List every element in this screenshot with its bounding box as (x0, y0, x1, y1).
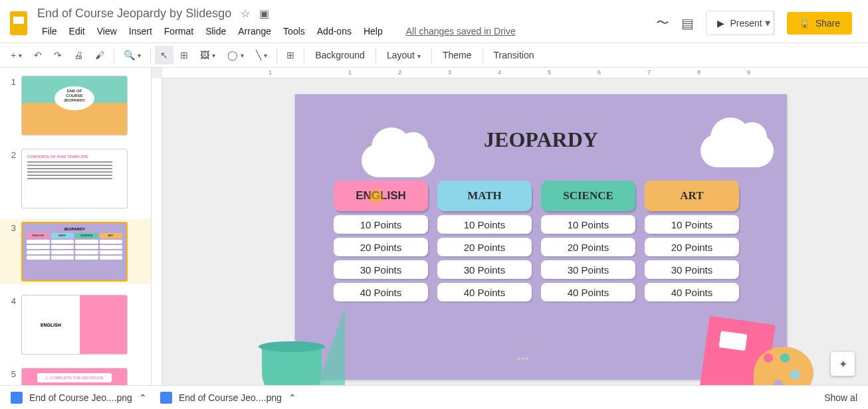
print-button[interactable]: 🖨 (68, 46, 88, 64)
line-tool[interactable]: ╲ (251, 46, 272, 64)
toolbar: + ↶ ↷ 🖨 🖌 🔍 ↖ ⊞ 🖼 ◯ ╲ ⊞ Background Layou… (0, 42, 868, 68)
menu-bar: File Edit View Insert Format Slide Arran… (37, 23, 656, 39)
category-art[interactable]: ART (645, 181, 739, 211)
zoom-button[interactable]: 🔍 (118, 46, 146, 64)
paint-format-button[interactable]: 🖌 (90, 46, 110, 64)
points-cell[interactable]: 10 Points (541, 215, 635, 234)
points-cell[interactable]: 40 Points (645, 283, 739, 301)
points-cell[interactable]: 40 Points (334, 283, 428, 301)
menu-addons[interactable]: Add-ons (312, 23, 356, 39)
points-cell[interactable]: 40 Points (541, 283, 635, 301)
click-indicator (368, 189, 384, 204)
thumbnail-row[interactable]: 2 CONTENTS OF THIS TEMPLATE (0, 146, 151, 211)
points-cell[interactable]: 30 Points (334, 260, 428, 279)
undo-button[interactable]: ↶ (29, 46, 47, 64)
menu-format[interactable]: Format (160, 23, 198, 39)
thumbnail-row[interactable]: 5 1. COMPLETE THE SENTENCE (0, 365, 151, 385)
select-tool[interactable]: ↖ (155, 46, 173, 64)
show-all-button[interactable]: Show al (824, 392, 857, 403)
thumbnail-5[interactable]: 1. COMPLETE THE SENTENCE (21, 368, 128, 385)
category-science[interactable]: SCIENCE (541, 181, 635, 211)
lock-icon: 🔒 (799, 18, 810, 29)
menu-slide[interactable]: Slide (201, 23, 231, 39)
shape-tool[interactable]: ◯ (222, 46, 249, 64)
menu-arrange[interactable]: Arrange (233, 23, 276, 39)
category-math[interactable]: MATH (437, 181, 532, 211)
share-button[interactable]: 🔒Share (787, 12, 852, 35)
layout-button[interactable]: Layout (380, 46, 427, 64)
file-icon (160, 392, 172, 404)
art-decoration-left (262, 307, 345, 385)
horizontal-ruler: 1 1 2 3 4 5 6 7 8 9 (162, 68, 868, 78)
explore-button[interactable]: ✦ (831, 352, 855, 376)
document-title[interactable]: End of Course Jeopardy by Slidesgo (37, 7, 231, 21)
thumbnail-row[interactable]: 1 END OF COURSE JEOPARDY (0, 73, 151, 138)
points-cell[interactable]: 20 Points (334, 238, 428, 256)
slide-number: 1 (5, 76, 16, 135)
cloud-decoration (701, 134, 774, 167)
category-english[interactable]: ENGLISH (334, 181, 428, 211)
menu-file[interactable]: File (37, 23, 62, 39)
theme-button[interactable]: Theme (436, 46, 479, 64)
thumbnail-2[interactable]: CONTENTS OF THIS TEMPLATE (21, 149, 128, 208)
slide-number: 2 (5, 149, 16, 208)
image-tool[interactable]: 🖼 (195, 46, 221, 64)
thumbnail-4[interactable]: ENGLISH (21, 295, 128, 355)
points-cell[interactable]: 10 Points (437, 215, 532, 234)
vertical-ruler (152, 78, 162, 385)
menu-help[interactable]: Help (359, 23, 387, 39)
menu-insert[interactable]: Insert (124, 23, 157, 39)
points-cell[interactable]: 30 Points (437, 260, 532, 279)
points-cell[interactable]: 10 Points (645, 215, 739, 234)
file-icon (11, 392, 23, 404)
thumbnail-3[interactable]: JEOPARDY ENGLISHMATHSCIENCEART (21, 222, 128, 282)
points-cell[interactable]: 20 Points (437, 238, 532, 256)
download-bar: End of Course Jeo....png⌃ End of Course … (0, 385, 868, 409)
canvas-area: 1 1 2 3 4 5 6 7 8 9 JEOPARDY ENGLISH 10 … (152, 68, 868, 385)
points-cell[interactable]: 20 Points (645, 238, 739, 256)
slide-number: 3 (5, 222, 16, 282)
new-slide-button[interactable]: + (5, 46, 27, 64)
comments-icon[interactable]: ▤ (681, 15, 694, 31)
slide-number: 4 (5, 295, 16, 355)
menu-tools[interactable]: Tools (278, 23, 310, 39)
points-cell[interactable]: 30 Points (645, 260, 739, 279)
comment-button[interactable]: ⊞ (281, 46, 300, 64)
jeopardy-board: ENGLISH 10 Points 20 Points 30 Points 40… (334, 181, 739, 301)
background-button[interactable]: Background (308, 46, 372, 64)
menu-view[interactable]: View (92, 23, 122, 39)
thumbnail-row[interactable]: 4 ENGLISH (0, 292, 151, 357)
move-icon[interactable]: ▣ (259, 7, 269, 20)
points-cell[interactable]: 40 Points (437, 283, 532, 301)
points-cell[interactable]: 20 Points (541, 238, 635, 256)
art-decoration-right (704, 320, 814, 385)
header: End of Course Jeopardy by Slidesgo ☆ ▣ F… (0, 0, 868, 42)
slide-title[interactable]: JEOPARDY (484, 127, 598, 152)
transition-button[interactable]: Transition (487, 46, 541, 64)
activity-icon[interactable]: 〜 (656, 14, 669, 32)
cloud-decoration (362, 144, 435, 177)
speaker-notes-handle[interactable] (510, 357, 536, 361)
workspace: 1 END OF COURSE JEOPARDY 2 CONTENTS OF T… (0, 68, 868, 385)
thumbnail-row[interactable]: 3 JEOPARDY ENGLISHMATHSCIENCEART (0, 219, 151, 284)
download-item[interactable]: End of Course Jeo....png⌃ (11, 392, 147, 404)
save-status[interactable]: All changes saved in Drive (406, 23, 516, 39)
points-cell[interactable]: 30 Points (541, 260, 635, 279)
points-cell[interactable]: 10 Points (334, 215, 428, 234)
slide-number: 5 (5, 368, 16, 385)
chevron-up-icon[interactable]: ⌃ (288, 392, 296, 403)
thumbnail-panel[interactable]: 1 END OF COURSE JEOPARDY 2 CONTENTS OF T… (0, 68, 152, 385)
thumbnail-1[interactable]: END OF COURSE JEOPARDY (21, 76, 128, 135)
present-dropdown[interactable]: ▾ (761, 11, 775, 35)
app-logo[interactable] (5, 5, 32, 41)
star-icon[interactable]: ☆ (241, 7, 250, 20)
download-item[interactable]: End of Course Jeo....png⌃ (160, 392, 296, 404)
slide-canvas[interactable]: JEOPARDY ENGLISH 10 Points 20 Points 30 … (295, 94, 787, 380)
textbox-tool[interactable]: ⊞ (175, 46, 193, 64)
chevron-up-icon[interactable]: ⌃ (139, 392, 147, 403)
menu-edit[interactable]: Edit (64, 23, 90, 39)
redo-button[interactable]: ↷ (49, 46, 67, 64)
